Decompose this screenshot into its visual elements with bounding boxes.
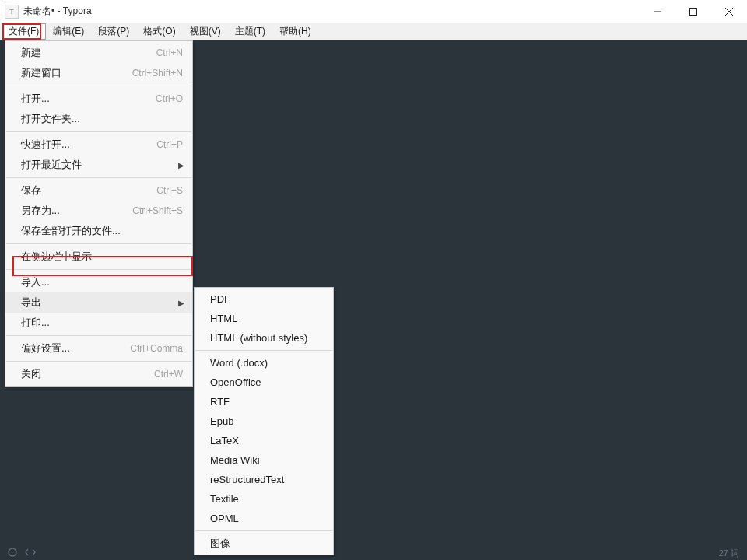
export-menu-item[interactable]: HTML: [195, 309, 333, 328]
menu-item-label: 另存为...: [21, 204, 132, 218]
menu-item[interactable]: 段落(P): [91, 23, 136, 40]
file-menu-item[interactable]: 偏好设置...Ctrl+Comma: [5, 338, 192, 359]
menu-separator: [195, 350, 332, 351]
submenu-arrow-icon: ▶: [178, 299, 184, 307]
file-menu-item[interactable]: 打开文件夹...: [5, 109, 192, 129]
export-submenu: PDFHTMLHTML (without styles)Word (.docx)…: [194, 287, 334, 555]
file-menu-item[interactable]: 另存为...Ctrl+Shift+S: [5, 201, 192, 221]
menu-item[interactable]: 帮助(H): [272, 23, 318, 40]
menu-separator: [6, 243, 191, 244]
menu-item-shortcut: Ctrl+Comma: [130, 343, 183, 354]
menu-item-label: 偏好设置...: [21, 341, 130, 355]
menu-item[interactable]: 视图(V): [183, 23, 228, 40]
file-menu-dropdown: 新建Ctrl+N新建窗口Ctrl+Shift+N打开...Ctrl+O打开文件夹…: [5, 40, 193, 387]
code-icon[interactable]: [25, 548, 36, 558]
menu-separator: [6, 335, 191, 336]
menu-item-shortcut: Ctrl+S: [156, 185, 183, 196]
menu-item-label: 打开最近文件: [21, 158, 183, 172]
file-menu-item[interactable]: 新建窗口Ctrl+Shift+N: [5, 63, 192, 83]
menu-item[interactable]: 文件(F): [2, 23, 46, 40]
minimize-button[interactable]: [640, 0, 675, 23]
file-menu-item[interactable]: 导出▶: [5, 292, 192, 313]
file-menu-item[interactable]: 打印...: [5, 313, 192, 333]
menu-item-label: 新建: [21, 46, 156, 60]
export-menu-item[interactable]: Media Wiki: [195, 450, 333, 470]
menu-item-label: 快速打开...: [21, 138, 156, 152]
menu-item-shortcut: Ctrl+Shift+S: [132, 205, 183, 216]
export-menu-item[interactable]: OPML: [195, 509, 333, 528]
file-menu-item[interactable]: 打开...Ctrl+O: [5, 89, 192, 109]
menu-item-label: 保存: [21, 184, 156, 198]
menu-item-label: 打开...: [21, 92, 156, 106]
file-menu-item[interactable]: 快速打开...Ctrl+P: [5, 135, 192, 155]
export-menu-item[interactable]: LaTeX: [195, 431, 333, 450]
menu-bar: 文件(F)编辑(E)段落(P)格式(O)视图(V)主题(T)帮助(H): [0, 23, 747, 40]
menu-separator: [6, 177, 191, 178]
menu-item-shortcut: Ctrl+O: [156, 93, 183, 104]
app-icon: T: [5, 5, 19, 19]
svg-point-4: [9, 548, 16, 556]
file-menu-item[interactable]: 新建Ctrl+N: [5, 43, 192, 63]
outline-icon[interactable]: [8, 548, 17, 558]
menu-item-label: 在侧边栏中显示: [21, 250, 183, 264]
menu-item-label: 导出: [21, 296, 183, 310]
file-menu-item[interactable]: 保存Ctrl+S: [5, 180, 192, 201]
close-button[interactable]: [711, 0, 747, 23]
export-menu-item[interactable]: Epub: [195, 411, 333, 431]
svg-rect-1: [690, 9, 697, 16]
export-menu-item[interactable]: reStructuredText: [195, 470, 333, 489]
menu-separator: [6, 86, 191, 86]
title-bar: T 未命名• - Typora: [0, 0, 747, 23]
menu-item-shortcut: Ctrl+Shift+N: [132, 68, 183, 79]
menu-separator: [6, 361, 191, 362]
export-menu-item[interactable]: HTML (without styles): [195, 328, 333, 348]
menu-item-label: 导入...: [21, 275, 183, 289]
status-bar: 27 词: [0, 546, 747, 560]
export-menu-item[interactable]: RTF: [195, 392, 333, 411]
export-menu-item[interactable]: PDF: [195, 289, 333, 309]
menu-item-shortcut: Ctrl+N: [156, 47, 183, 58]
menu-item-label: 保存全部打开的文件...: [21, 224, 183, 238]
menu-item-shortcut: Ctrl+P: [156, 139, 183, 150]
submenu-arrow-icon: ▶: [178, 161, 184, 170]
maximize-button[interactable]: [675, 0, 711, 23]
menu-item-label: 关闭: [21, 367, 154, 381]
menu-item[interactable]: 主题(T): [228, 23, 272, 40]
file-menu-item[interactable]: 保存全部打开的文件...: [5, 221, 192, 241]
export-menu-item[interactable]: Textile: [195, 489, 333, 509]
menu-item-shortcut: Ctrl+W: [154, 369, 183, 380]
menu-item-label: 打开文件夹...: [21, 112, 183, 126]
menu-item[interactable]: 编辑(E): [46, 23, 91, 40]
word-count[interactable]: 27 词: [719, 548, 739, 559]
menu-separator: [195, 530, 332, 531]
export-menu-item[interactable]: 图像: [195, 534, 333, 553]
file-menu-item[interactable]: 导入...: [5, 272, 192, 292]
menu-item-label: 打印...: [21, 316, 183, 330]
file-menu-item[interactable]: 在侧边栏中显示: [5, 247, 192, 267]
menu-separator: [6, 131, 191, 132]
file-menu-item[interactable]: 关闭Ctrl+W: [5, 364, 192, 384]
file-menu-item[interactable]: 打开最近文件▶: [5, 155, 192, 175]
window-controls: [640, 0, 747, 23]
menu-item-label: 新建窗口: [21, 66, 132, 80]
window-title: 未命名• - Typora: [23, 5, 92, 18]
export-menu-item[interactable]: Word (.docx): [195, 353, 333, 373]
menu-item[interactable]: 格式(O): [136, 23, 182, 40]
menu-separator: [6, 269, 191, 270]
export-menu-item[interactable]: OpenOffice: [195, 373, 333, 392]
